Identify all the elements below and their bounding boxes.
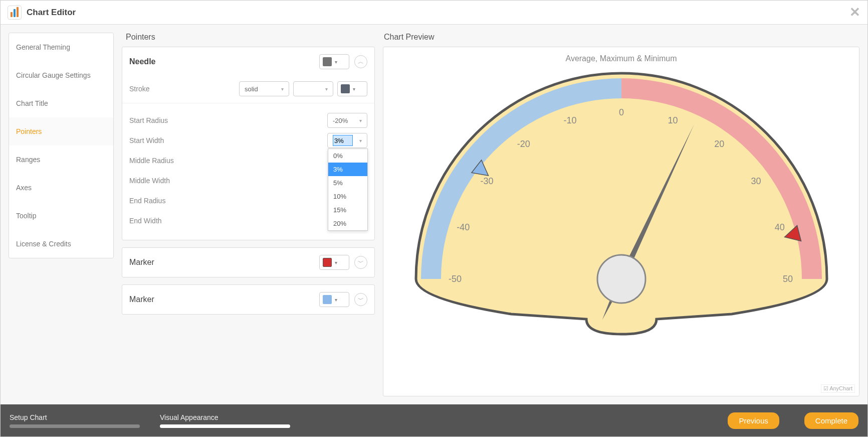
collapse-toggle[interactable]: ﹀: [354, 293, 367, 306]
needle-panel: Needle ▾ ︿ Stroke solid ▾: [122, 47, 375, 240]
dropdown-option[interactable]: 0%: [328, 149, 367, 163]
chevron-down-icon: ▾: [277, 86, 284, 92]
chart-credit: ☑ AnyChart: [821, 384, 855, 393]
marker-panel-title: Marker: [129, 295, 154, 304]
end-width-label: End Width: [129, 217, 204, 225]
middle-width-label: Middle Width: [129, 177, 204, 185]
svg-text:30: 30: [751, 176, 761, 186]
end-radius-label: End Radius: [129, 197, 204, 205]
marker-color-swatch: [323, 258, 332, 267]
marker-color-picker[interactable]: ▾: [319, 292, 349, 307]
dropdown-option[interactable]: 5%: [328, 176, 367, 190]
sidebar: General Theming Circular Gauge Settings …: [9, 33, 114, 258]
svg-point-11: [597, 255, 645, 303]
start-width-row: Start Width ▾ 0% 3% 5% 10% 15%: [129, 130, 367, 151]
collapse-toggle[interactable]: ﹀: [354, 256, 367, 269]
sidebar-item-axes[interactable]: Axes: [9, 174, 113, 202]
chevron-down-icon: ▾: [335, 59, 337, 65]
step-setup-chart[interactable]: Setup Chart: [10, 413, 140, 428]
footer: Setup Chart Visual Appearance Previous C…: [1, 404, 867, 436]
marker-color-picker[interactable]: ▾: [319, 255, 349, 270]
needle-color-picker[interactable]: ▾: [319, 54, 349, 69]
step-visual-appearance[interactable]: Visual Appearance: [160, 413, 290, 428]
svg-text:0: 0: [618, 107, 623, 117]
marker-panel-2: Marker ▾ ﹀: [122, 284, 375, 315]
svg-text:10: 10: [668, 115, 678, 125]
pointers-heading: Pointers: [122, 33, 375, 47]
sidebar-item-license-credits[interactable]: License & Credits: [9, 230, 113, 258]
start-radius-select[interactable]: -20% ▾: [327, 113, 367, 128]
start-width-dropdown: 0% 3% 5% 10% 15% 20%: [328, 149, 368, 231]
middle-radius-label: Middle Radius: [129, 157, 204, 165]
svg-text:-50: -50: [448, 274, 461, 284]
chart-title: Average, Maximum & Minimum: [566, 54, 677, 63]
start-width-select[interactable]: ▾ 0% 3% 5% 10% 15% 20%: [327, 133, 367, 148]
chevron-down-icon: ▾: [335, 297, 337, 303]
preview-heading: Chart Preview: [383, 33, 859, 47]
close-icon[interactable]: ✕: [849, 5, 860, 20]
window-title: Chart Editor: [27, 8, 76, 18]
sidebar-item-general-theming[interactable]: General Theming: [9, 33, 113, 61]
chevron-down-icon: ▾: [353, 86, 355, 92]
sidebar-item-circular-gauge-settings[interactable]: Circular Gauge Settings: [9, 61, 113, 89]
collapse-toggle[interactable]: ︿: [354, 55, 367, 68]
chevron-down-icon: ▾: [355, 138, 362, 143]
svg-text:-10: -10: [563, 115, 576, 125]
needle-color-swatch: [323, 57, 332, 66]
marker-panel-1: Marker ▾ ﹀: [122, 247, 375, 277]
chart-preview: Average, Maximum & Minimum -50-40-30-20-…: [383, 47, 859, 396]
gauge-chart: -50-40-30-20-1001020304050: [413, 68, 829, 349]
sidebar-item-ranges[interactable]: Ranges: [9, 145, 113, 174]
svg-text:40: 40: [774, 222, 784, 232]
svg-text:20: 20: [714, 139, 724, 149]
chevron-up-icon: ︿: [358, 58, 364, 66]
stroke-thickness-select[interactable]: ▾: [293, 81, 333, 96]
svg-text:-30: -30: [480, 176, 493, 186]
sidebar-item-pointers[interactable]: Pointers: [9, 117, 113, 145]
complete-button[interactable]: Complete: [804, 412, 858, 429]
stroke-label: Stroke: [129, 85, 204, 93]
previous-button[interactable]: Previous: [728, 412, 779, 429]
svg-text:50: 50: [782, 274, 792, 284]
sidebar-item-tooltip[interactable]: Tooltip: [9, 202, 113, 230]
start-width-label: Start Width: [129, 136, 204, 144]
svg-text:-40: -40: [457, 222, 470, 232]
sidebar-item-chart-title[interactable]: Chart Title: [9, 89, 113, 117]
stroke-color-picker[interactable]: ▾: [337, 81, 367, 96]
marker-color-swatch: [323, 295, 332, 304]
start-radius-row: Start Radius -20% ▾: [129, 110, 367, 130]
chevron-down-icon: ﹀: [358, 296, 364, 304]
chevron-down-icon: ﹀: [358, 258, 364, 267]
dropdown-option[interactable]: 10%: [328, 190, 367, 203]
title-bar: Chart Editor ✕: [1, 1, 867, 25]
start-radius-label: Start Radius: [129, 116, 204, 124]
start-width-input[interactable]: [333, 135, 353, 146]
svg-text:-20: -20: [517, 139, 530, 149]
dropdown-option[interactable]: 15%: [328, 203, 367, 217]
app-logo-icon: [8, 6, 22, 20]
chevron-down-icon: ▾: [355, 118, 362, 123]
stroke-row: Stroke solid ▾ ▾ ▾: [129, 79, 367, 99]
marker-panel-title: Marker: [129, 258, 154, 267]
stroke-color-swatch: [341, 84, 350, 93]
dropdown-option[interactable]: 20%: [328, 217, 367, 230]
chevron-down-icon: ▾: [335, 260, 337, 265]
stroke-style-select[interactable]: solid ▾: [239, 81, 289, 96]
needle-panel-title: Needle: [129, 57, 155, 66]
dropdown-option[interactable]: 3%: [328, 163, 367, 176]
chevron-down-icon: ▾: [321, 86, 328, 92]
